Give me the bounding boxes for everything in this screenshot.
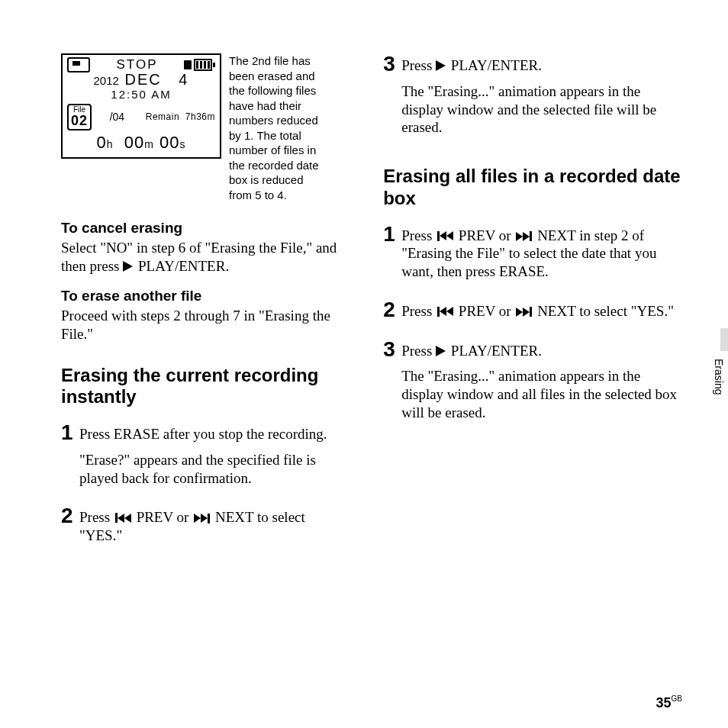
step-body: Press PLAY/ENTER. The "Erasing..." anima… [401, 339, 682, 430]
step-3b: 3 Press PLAY/ENTER. The "Erasing..." ani… [383, 339, 682, 430]
text-fragment: PLAY/ENTER. [447, 343, 542, 359]
step-body: Press ERASE after you stop the recording… [79, 422, 345, 494]
lcd-year: 2012 [94, 74, 119, 87]
text-fragment: Press [401, 303, 436, 319]
step-text: Press PLAY/ENTER. [401, 56, 682, 75]
step-body: Press PREV or NEXT to select "YES." [79, 505, 345, 552]
left-column: STOP 2012 DEC 4 12:50 AM File [61, 53, 345, 563]
lcd-display: STOP 2012 DEC 4 12:50 AM File [61, 53, 221, 159]
lcd-file-row: File 02 /04 Remain 7h36m [67, 104, 215, 130]
text-fragment: NEXT to select "YES." [533, 303, 674, 319]
text-fragment: Press [401, 227, 436, 243]
step-2: 2 Press PREV or NEXT to select "YES." [61, 505, 345, 552]
text-fragment: PREV or [455, 303, 514, 319]
text-fragment: PLAY/ENTER. [134, 258, 229, 274]
text-fragment: Press [401, 57, 436, 73]
step-number: 3 [383, 53, 401, 75]
text-fragment: PREV or [455, 227, 514, 243]
step-text: The "Erasing..." animation appears in th… [401, 82, 682, 137]
right-column: 3 Press PLAY/ENTER. The "Erasing..." ani… [383, 53, 682, 563]
remain-block: Remain 7h36m [146, 111, 215, 123]
section-label: Erasing [712, 359, 726, 395]
step-text: Press PREV or NEXT to select "YES." [401, 302, 682, 321]
step-body: Press PREV or NEXT to select "YES." [401, 299, 682, 328]
battery-icon [184, 59, 215, 71]
step-text: "Erase?" appears and the specified file … [79, 451, 345, 488]
next-icon [516, 231, 532, 241]
text-fragment: Press [401, 343, 436, 359]
remain-label: Remain [146, 111, 179, 122]
step-1b: 1 Press PREV or NEXT in step 2 of "Erasi… [383, 224, 682, 288]
subhead-erase-another: To erase another file [61, 287, 345, 305]
lcd-month: DEC [124, 71, 161, 88]
step-body: Press PREV or NEXT in step 2 of "Erasing… [401, 224, 682, 288]
section-erasing-current: Erasing the current recording instantly [61, 365, 345, 409]
step-text: Press PREV or NEXT in step 2 of "Erasing… [401, 227, 682, 281]
step-text: Press ERASE after you stop the recording… [79, 425, 345, 443]
play-icon [436, 346, 446, 356]
prev-icon [437, 307, 453, 317]
page-num: 35 [656, 695, 672, 710]
unit-h: h [107, 138, 114, 150]
step-number: 1 [61, 422, 79, 443]
prev-icon [437, 231, 453, 241]
file-current: 02 [71, 113, 88, 128]
unit-m: m [144, 138, 154, 150]
lcd-elapsed: 0h 00m 00s [67, 132, 215, 153]
elapsed-h: 0 [96, 133, 106, 152]
prev-icon [115, 513, 131, 523]
step-1: 1 Press ERASE after you stop the recordi… [61, 422, 345, 494]
remain-value: 7h36m [185, 111, 215, 122]
step-2b: 2 Press PREV or NEXT to select "YES." [383, 299, 682, 328]
lcd-day: 4 [179, 71, 188, 88]
unit-s: s [180, 138, 186, 150]
next-icon [516, 307, 532, 317]
cancel-erasing-body: Select "NO" in step 6 of "Erasing the Fi… [61, 239, 345, 275]
step-number: 2 [383, 299, 401, 321]
play-icon [123, 261, 133, 272]
text-fragment: Press [79, 509, 114, 525]
next-icon [194, 514, 210, 523]
play-icon [436, 60, 446, 71]
step-body: Press PLAY/ENTER. The "Erasing..." anima… [401, 53, 682, 144]
text-fragment: PREV or [133, 509, 192, 525]
step-number: 2 [61, 505, 79, 527]
manual-page: STOP 2012 DEC 4 12:50 AM File [0, 0, 728, 728]
file-total: /04 [110, 111, 124, 124]
step-text: The "Erasing..." animation appears in th… [401, 367, 682, 421]
file-indicator: File 02 [67, 104, 92, 130]
two-column-layout: STOP 2012 DEC 4 12:50 AM File [61, 53, 682, 563]
step-number: 1 [383, 224, 401, 245]
step-3: 3 Press PLAY/ENTER. The "Erasing..." ani… [383, 53, 682, 144]
lcd-date-row: 2012 DEC 4 [67, 70, 215, 89]
lcd-with-annotation: STOP 2012 DEC 4 12:50 AM File [61, 53, 345, 202]
thumb-tab-stub [720, 328, 728, 351]
lcd-time: 12:50 AM [67, 88, 215, 102]
section-erasing-all: Erasing all files in a recorded date box [383, 166, 682, 210]
elapsed-m: 00 [124, 133, 144, 152]
step-text: Press PLAY/ENTER. [401, 342, 682, 360]
step-number: 3 [383, 339, 401, 360]
stop-icon [67, 57, 90, 72]
elapsed-s: 00 [159, 133, 179, 152]
text-fragment: PLAY/ENTER. [447, 57, 542, 73]
erase-another-body: Proceed with steps 2 through 7 in "Erasi… [61, 307, 345, 343]
subhead-cancel-erasing: To cancel erasing [61, 219, 345, 237]
page-number: 35GB [656, 694, 682, 712]
page-suffix: GB [672, 694, 682, 703]
lcd-annotation: The 2nd file has been erased and the fol… [229, 53, 328, 202]
step-text: Press PREV or NEXT to select "YES." [79, 508, 345, 545]
